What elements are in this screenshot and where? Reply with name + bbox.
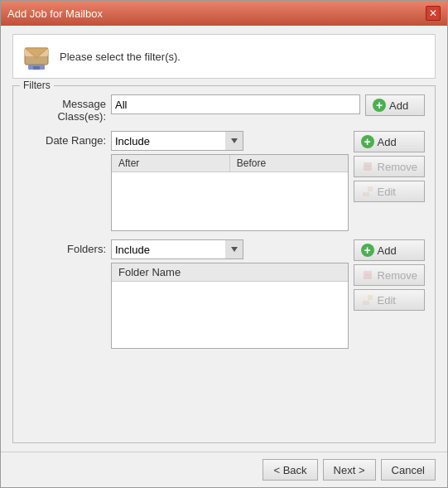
folders-add-button[interactable]: + Add: [354, 239, 425, 261]
message-classes-label: Message Class(es):: [23, 94, 106, 123]
date-range-add-button[interactable]: + Add: [354, 131, 425, 152]
svg-rect-4: [33, 66, 40, 70]
folders-dropdown-wrap: Include Exclude: [111, 239, 243, 259]
folders-dropdown[interactable]: Include Exclude: [111, 239, 243, 259]
add-icon: +: [361, 135, 374, 148]
svg-rect-13: [363, 301, 369, 305]
add-icon: +: [361, 244, 374, 257]
add-icon: +: [373, 99, 386, 112]
message-classes-add-button[interactable]: + Add: [365, 94, 425, 116]
message-classes-row: Message Class(es): + Add: [23, 94, 425, 123]
svg-rect-8: [363, 192, 369, 196]
date-range-dropdown-wrap: Include Exclude: [111, 131, 243, 151]
date-range-table-body: [112, 172, 348, 230]
folders-remove-button[interactable]: − Remove: [354, 264, 425, 286]
folders-table: Folder Name: [111, 263, 349, 349]
window-title: Add Job for Mailbox: [7, 7, 103, 20]
edit-icon: [361, 293, 374, 307]
info-message: Please select the filter(s).: [60, 51, 181, 63]
date-range-buttons: + Add − Remove: [354, 131, 425, 202]
message-classes-buttons: + Add: [365, 94, 425, 116]
svg-marker-9: [368, 186, 373, 191]
folders-add-label: Add: [378, 244, 397, 257]
message-classes-add-label: Add: [389, 99, 408, 112]
date-range-after-header: After: [112, 155, 230, 172]
date-range-control: Include Exclude After Before: [111, 131, 349, 231]
date-range-label: Date Range:: [23, 131, 106, 147]
folders-buttons: + Add − Remove: [354, 239, 425, 311]
folders-remove-label: Remove: [378, 269, 417, 282]
content-area: Please select the filter(s). Filters Mes…: [1, 26, 447, 452]
date-range-edit-button[interactable]: Edit: [354, 181, 425, 202]
close-button[interactable]: ✕: [426, 6, 441, 21]
date-range-remove-label: Remove: [378, 161, 417, 173]
folders-label: Folders:: [23, 239, 106, 255]
svg-marker-14: [368, 295, 373, 300]
filters-group: Filters Message Class(es): + Add Date Ra…: [12, 85, 436, 443]
date-range-before-header: Before: [230, 155, 348, 172]
message-classes-control: [111, 94, 360, 114]
folders-table-body: [112, 282, 348, 348]
info-icon: [22, 41, 51, 71]
cancel-button[interactable]: Cancel: [381, 459, 436, 481]
svg-text:−: −: [364, 268, 371, 281]
back-button[interactable]: < Back: [263, 459, 317, 481]
folders-control: Include Exclude Folder Name: [111, 239, 349, 349]
edit-icon: [361, 185, 374, 198]
date-range-dropdown[interactable]: Include Exclude: [111, 131, 243, 151]
date-range-row: Date Range: Include Exclude After: [23, 131, 425, 231]
title-bar: Add Job for Mailbox ✕: [1, 1, 447, 26]
bottom-bar: < Back Next > Cancel: [1, 452, 447, 487]
date-range-edit-label: Edit: [378, 186, 396, 198]
next-button[interactable]: Next >: [323, 459, 376, 481]
date-range-table-header: After Before: [112, 155, 348, 172]
folders-table-header: Folder Name: [112, 263, 348, 282]
info-bar: Please select the filter(s).: [12, 34, 436, 79]
svg-text:−: −: [364, 160, 371, 172]
remove-icon: −: [361, 268, 374, 282]
date-range-remove-button[interactable]: − Remove: [354, 156, 425, 177]
date-range-add-label: Add: [378, 136, 397, 148]
message-classes-input[interactable]: [111, 94, 360, 114]
remove-icon: −: [361, 160, 374, 173]
folders-row: Folders: Include Exclude Folder Name: [23, 239, 425, 349]
window: Add Job for Mailbox ✕ Please select the …: [0, 0, 448, 488]
folder-name-header: Folder Name: [118, 266, 181, 278]
date-range-table: After Before: [111, 154, 349, 231]
filters-legend: Filters: [20, 80, 54, 91]
folders-edit-button[interactable]: Edit: [354, 289, 425, 311]
folders-edit-label: Edit: [378, 294, 396, 307]
